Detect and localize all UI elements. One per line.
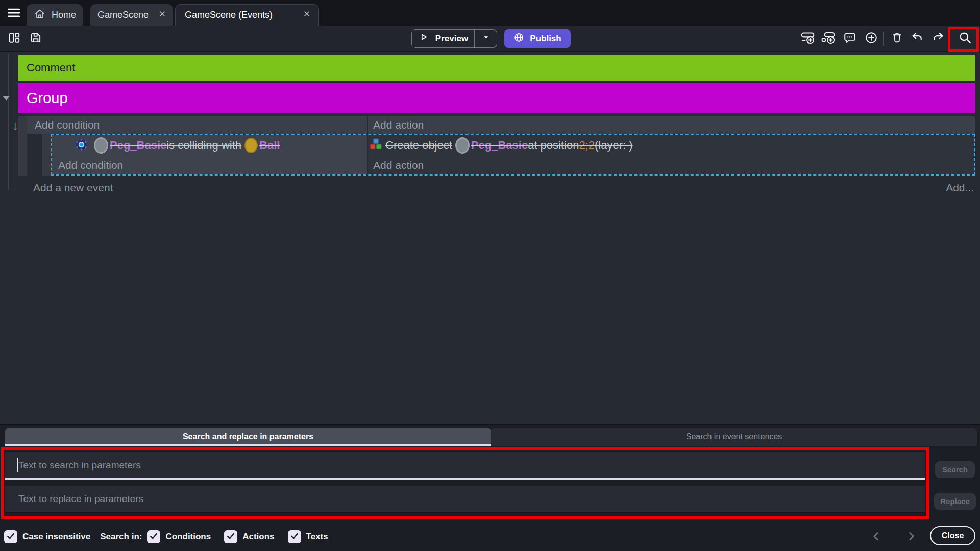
hamburger-icon (6, 14, 21, 22)
group-event[interactable]: Group (18, 83, 975, 113)
add-more-button[interactable]: Add... (946, 182, 974, 194)
tab-search-replace-parameters[interactable]: Search and replace in parameters (5, 428, 491, 446)
tab-gamescene-events[interactable]: GameScene (Events) (175, 4, 319, 26)
search-panel: Search and replace in parameters Search … (0, 424, 980, 551)
search-options-row: Case insensitive Search in: Conditions A… (4, 527, 328, 547)
undo-button[interactable] (908, 29, 926, 47)
search-icon (958, 31, 972, 46)
toolbar-divider (883, 32, 884, 46)
events-sheet: ↓ Comment Group Add condition Add action (0, 52, 980, 424)
search-input[interactable] (5, 452, 925, 478)
checkmark-icon (289, 531, 300, 543)
add-subevent-button[interactable] (819, 29, 837, 47)
add-event-button[interactable] (798, 29, 817, 47)
search-in-label: Search in: (100, 532, 142, 542)
preview-button[interactable]: Preview (411, 29, 497, 48)
texts-checkbox[interactable] (288, 530, 301, 543)
redo-button[interactable] (929, 29, 947, 47)
add-condition-row: Add condition (52, 156, 367, 174)
close-button[interactable]: Close (930, 526, 975, 545)
checkmark-icon (149, 531, 159, 543)
add-new-event-link[interactable]: Add a new event (33, 182, 113, 194)
group-title: Group (27, 90, 68, 107)
save-button[interactable] (27, 29, 45, 47)
conditions-checkbox[interactable] (147, 530, 160, 543)
add-condition-link[interactable]: Add condition (35, 119, 100, 131)
event-row: Add condition Add action (27, 116, 975, 134)
main-menu-button[interactable] (5, 5, 22, 20)
physics-collision-icon (75, 138, 88, 153)
tab-label: Home (52, 10, 76, 20)
action-text: Create object (385, 139, 452, 152)
add-action-row: Add action (368, 156, 974, 174)
chevron-left-icon (870, 530, 883, 544)
checkmark-icon (6, 531, 16, 543)
conditions-label: Conditions (165, 532, 211, 542)
subevent-drag-gutter[interactable] (42, 134, 51, 176)
plus-circle-icon (865, 31, 878, 46)
toggle-panel-button[interactable] (5, 29, 23, 47)
condition-row[interactable]: Peg_Basic is colliding with Ball (52, 135, 367, 156)
trash-icon (891, 31, 903, 45)
tab-gamescene[interactable]: GameScene (90, 4, 173, 26)
text-caret (17, 458, 18, 472)
add-action-link[interactable]: Add action (373, 159, 424, 171)
tree-line (8, 54, 9, 190)
conditions-cell: Add condition (27, 116, 367, 134)
replace-input[interactable] (5, 486, 925, 512)
comment-bubble-icon (843, 31, 856, 46)
collapse-event-arrow-icon[interactable]: ↓ (12, 119, 18, 132)
case-insensitive-checkbox[interactable] (4, 530, 17, 543)
chevron-right-icon (904, 530, 918, 544)
peg-object-icon (94, 137, 108, 154)
add-event-icon (801, 31, 815, 46)
publish-label: Publish (530, 34, 561, 44)
action-row[interactable]: Create object Peg_Basic at position 2;2 … (368, 135, 974, 156)
object-name: Peg_Basic (471, 139, 528, 152)
actions-column: Create object Peg_Basic at position 2;2 … (367, 135, 974, 174)
texts-label: Texts (306, 532, 328, 542)
chevron-down-icon (481, 33, 491, 44)
delete-button[interactable] (888, 29, 906, 47)
peg-object-icon (455, 137, 470, 154)
preview-dropdown-button[interactable] (474, 30, 497, 47)
object-name: Peg_Basic (110, 139, 166, 152)
preview-main[interactable]: Preview (412, 30, 474, 47)
close-tab-button[interactable] (301, 10, 312, 21)
search-button[interactable]: Search (935, 461, 975, 478)
next-result-button[interactable] (904, 530, 918, 544)
comment-text: Comment (27, 61, 75, 74)
preview-label: Preview (435, 34, 468, 44)
action-text: (layer: ) (595, 139, 633, 152)
conditions-column: Peg_Basic is colliding with Ball Add con… (52, 135, 367, 174)
actions-checkbox[interactable] (224, 530, 237, 543)
search-events-button[interactable] (955, 29, 974, 47)
condition-verb: is colliding with (166, 139, 241, 152)
action-sentence: Create object Peg_Basic at position 2;2 … (385, 137, 633, 154)
ball-object-icon (244, 138, 258, 153)
save-icon (29, 31, 42, 46)
publish-button[interactable]: Publish (504, 29, 571, 48)
tab-home[interactable]: Home (27, 4, 83, 26)
close-tab-button[interactable] (157, 9, 168, 20)
checkmark-icon (226, 531, 236, 543)
add-comment-button[interactable] (841, 29, 859, 47)
close-icon (303, 10, 311, 20)
create-object-icon (370, 138, 382, 153)
close-icon (158, 10, 166, 20)
selected-subevent[interactable]: Peg_Basic is colliding with Ball Add con… (51, 134, 975, 176)
add-action-link[interactable]: Add action (373, 119, 424, 131)
add-subevent-icon (821, 31, 835, 46)
add-condition-link[interactable]: Add condition (58, 159, 123, 171)
globe-icon (513, 32, 524, 45)
search-input-row (5, 452, 925, 480)
event-drag-gutter[interactable] (18, 116, 27, 176)
comment-event[interactable]: Comment (18, 55, 975, 81)
tab-search-event-sentences[interactable]: Search in event sentences (491, 428, 977, 446)
position-parameter: 2;2 (579, 139, 595, 152)
previous-result-button[interactable] (869, 530, 884, 544)
home-icon (34, 8, 46, 22)
collapse-group-arrow-icon[interactable] (3, 96, 10, 101)
replace-button[interactable]: Replace (934, 493, 976, 510)
add-other-button[interactable] (862, 29, 880, 47)
